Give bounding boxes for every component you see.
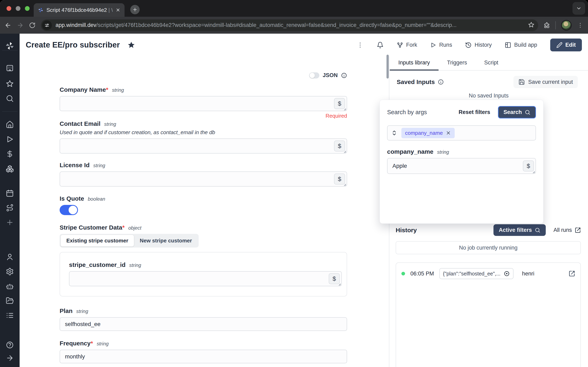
tab-new-stripe-customer[interactable]: New stripe customer [134,235,198,247]
license-id-input[interactable] [60,172,347,186]
edit-button[interactable]: Edit [550,39,582,51]
bookmark-star-icon[interactable] [528,22,535,29]
new-tab-button[interactable] [130,5,140,14]
schedules-calendar-icon[interactable] [6,189,14,197]
folders-icon[interactable] [6,297,14,305]
save-current-input-button[interactable]: Save current input [513,76,578,88]
logs-list-icon[interactable] [6,311,14,319]
stripe-customer-id-input-wrap: $ [69,271,342,286]
resize-handle[interactable] [343,183,346,186]
plan-input[interactable] [60,317,347,331]
search-by-args-popup: Search by args Reset filters Search comp… [380,100,544,224]
minimize-window-button[interactable] [16,6,20,11]
save-icon [518,79,525,85]
workspace-icon[interactable] [6,64,14,72]
run-time: 06:05 PM [410,271,434,277]
windmill-logo[interactable] [5,41,15,51]
address-bar[interactable]: app.windmill.dev/scripts/get/476f1bdce46… [41,19,538,31]
runs-play-icon[interactable] [6,135,14,143]
field-label-contact-email: Contact Email [60,120,100,127]
resize-handle[interactable] [531,170,535,174]
close-window-button[interactable] [7,6,11,11]
field-label-company-name: Company Name* [60,86,108,93]
view-args-eye-icon[interactable] [504,271,510,277]
tab-existing-stripe-customer[interactable]: Existing stripe customer [61,235,134,247]
forward-button[interactable] [17,22,24,29]
more-options-kebab-icon[interactable] [357,42,364,49]
tab-title: Script 476f1bdce46b94e2 | W [46,7,113,13]
build-app-button[interactable]: Build app [505,42,537,48]
tab-inputs-library[interactable]: Inputs library [390,56,439,71]
resize-handle[interactable] [343,150,346,153]
form-scrollbar-thumb[interactable] [387,55,389,78]
resize-handle[interactable] [337,282,341,286]
variables-dollar-icon[interactable] [6,150,14,158]
tab-search-button[interactable] [572,2,585,15]
company-name-filter-input[interactable] [388,158,536,174]
browser-menu-kebab-icon[interactable] [577,22,584,29]
active-filters-button[interactable]: Active filters [493,224,546,236]
info-icon[interactable] [341,72,347,78]
notifications-bell-icon[interactable] [377,42,384,49]
add-icon[interactable] [6,218,14,226]
reload-button[interactable] [29,22,35,29]
run-row[interactable]: 06:05 PM {"plan":"selfhosted_ee",... hen… [401,268,575,279]
browser-tab[interactable]: Script 476f1bdce46b94e2 | W [34,3,125,17]
company-name-filter-pill[interactable]: company_name [401,128,455,138]
contact-email-input[interactable] [60,139,347,153]
stripe-customer-segmented-control: Existing stripe customer New stripe cust… [60,234,199,248]
tab-triggers[interactable]: Triggers [439,56,476,70]
fullscreen-window-button[interactable] [25,6,30,11]
runs-button[interactable]: Runs [430,42,452,48]
home-icon[interactable] [6,120,14,129]
search-icon[interactable] [6,94,14,103]
no-saved-inputs-text: No saved Inputs [389,92,588,99]
field-label-stripe-customer-id: stripe_customer_id [69,261,126,268]
back-button[interactable] [4,22,11,29]
close-tab-icon[interactable] [116,8,121,12]
tab-script[interactable]: Script [476,56,507,70]
args-filter-combobox[interactable]: company_name [387,125,536,141]
fork-button[interactable]: Fork [397,42,417,48]
windmill-favicon [38,7,43,13]
json-toggle-label: JSON [323,72,338,78]
browser-toolbar: app.windmill.dev/scripts/get/476f1bdce46… [0,17,588,34]
remove-filter-x-icon[interactable] [446,130,451,136]
company-name-filter-input-wrap: $ [387,158,536,174]
routes-icon[interactable] [6,204,14,212]
json-toggle[interactable] [309,72,319,78]
expand-sidebar-arrow-icon[interactable] [6,354,14,362]
field-label-frequency: Frequency* [60,340,93,347]
favorites-star-icon[interactable] [6,80,14,88]
info-icon[interactable] [438,79,444,85]
history-button[interactable]: History [465,42,492,48]
workers-robot-icon[interactable] [6,282,14,291]
help-icon[interactable] [6,341,14,349]
all-runs-link[interactable]: All runs [553,227,581,233]
browser-window: Script 476f1bdce46b94e2 | W app.windmill… [0,0,588,367]
company-name-input-wrap: $ [60,96,347,111]
company-name-input[interactable] [60,96,347,111]
resources-boxes-icon[interactable] [6,165,14,173]
external-link-icon [575,227,581,233]
script-run-form: JSON Company Name*string $ Required Cont… [60,56,347,367]
no-job-banner: No job currently running [396,241,581,254]
window-controls[interactable] [7,6,30,11]
frequency-input[interactable] [60,350,347,363]
open-run-external-link-icon[interactable] [569,270,575,277]
url-text[interactable]: app.windmill.dev/scripts/get/476f1bdce46… [56,22,524,28]
field-label-plan: Plan [60,308,72,314]
profile-avatar[interactable] [561,20,572,31]
favorite-star-icon[interactable] [128,42,135,49]
extensions-puzzle-icon[interactable] [544,22,550,29]
run-args-pill[interactable]: {"plan":"selfhosted_ee",... [439,268,514,279]
resize-handle[interactable] [343,107,346,111]
search-button[interactable]: Search [498,106,536,118]
settings-gear-icon[interactable] [6,267,14,276]
site-settings-icon[interactable] [42,20,52,30]
stripe-customer-id-input[interactable] [69,272,341,286]
reset-filters-button[interactable]: Reset filters [458,109,490,115]
history-title: History [396,227,417,234]
is-quote-toggle[interactable] [60,205,78,215]
users-icon[interactable] [6,253,14,261]
